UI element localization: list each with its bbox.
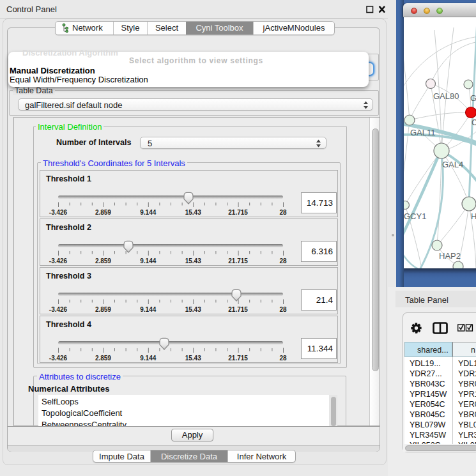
svg-text:GAL4: GAL4 <box>442 160 463 169</box>
svg-text:GAL80: GAL80 <box>433 91 459 101</box>
svg-text:GCY1: GCY1 <box>404 211 426 221</box>
svg-text:C: C <box>472 118 476 127</box>
svg-text:GAL11: GAL11 <box>410 128 436 137</box>
svg-text:GA: GA <box>470 93 476 103</box>
svg-text:HAP2: HAP2 <box>439 251 461 261</box>
svg-text:H: H <box>471 211 476 221</box>
